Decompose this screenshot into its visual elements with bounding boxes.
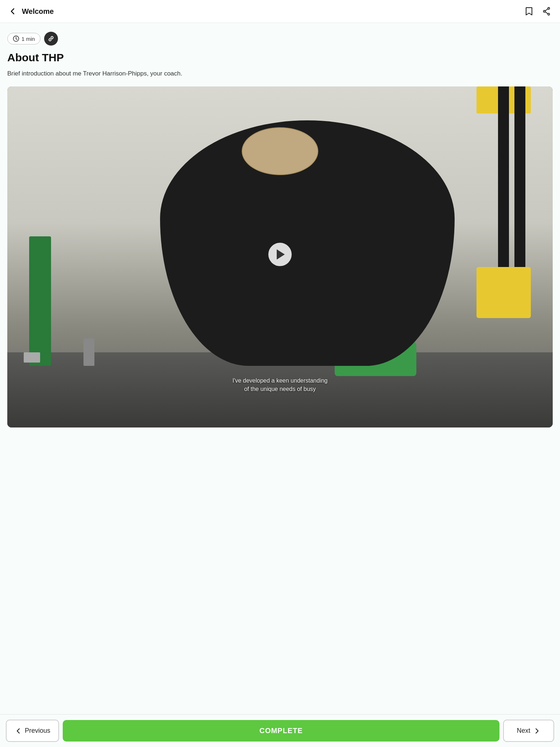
share-icon <box>542 7 551 16</box>
video-subtitle: I've developed a keen understanding of t… <box>62 377 498 393</box>
chevron-left-icon <box>9 7 17 15</box>
trx-strap-left <box>498 86 509 291</box>
chevron-right-icon <box>533 727 541 735</box>
bottom-navigation: Previous COMPLETE Next <box>0 714 560 747</box>
duration-text: 1 min <box>22 36 35 42</box>
previous-button[interactable]: Previous <box>6 720 59 742</box>
svg-point-0 <box>548 8 550 9</box>
complete-label: COMPLETE <box>259 727 303 735</box>
chevron-left-icon <box>15 727 22 735</box>
link-icon <box>47 35 55 42</box>
meta-row: 1 min <box>7 32 553 46</box>
subtitle-line1: I've developed a keen understanding <box>232 378 327 384</box>
duration-badge: 1 min <box>7 33 40 44</box>
svg-line-4 <box>545 12 548 14</box>
svg-point-2 <box>548 13 550 15</box>
page-description: Brief introduction about me Trevor Harri… <box>7 69 553 78</box>
water-bottle <box>83 338 94 366</box>
play-button[interactable] <box>268 243 292 266</box>
svg-line-3 <box>545 9 548 11</box>
header-title: Welcome <box>22 7 54 16</box>
coach-head <box>242 127 318 175</box>
wall-outlet <box>24 352 40 363</box>
play-icon <box>277 249 285 260</box>
next-button[interactable]: Next <box>503 720 554 742</box>
video-player[interactable]: I've developed a keen understanding of t… <box>7 86 553 427</box>
back-button[interactable] <box>7 6 18 17</box>
main-content: 1 min About THP Brief introduction about… <box>0 23 560 714</box>
header-right <box>523 5 553 18</box>
svg-point-1 <box>544 11 545 12</box>
page-title: About THP <box>7 51 553 64</box>
header: Welcome <box>0 0 560 23</box>
share-button[interactable] <box>540 5 553 18</box>
bookmark-button[interactable] <box>523 5 535 18</box>
subtitle-line2: of the unique needs of busy <box>244 386 316 392</box>
link-button[interactable] <box>44 32 58 46</box>
green-pole <box>29 236 51 366</box>
complete-button[interactable]: COMPLETE <box>63 720 499 742</box>
next-label: Next <box>517 727 530 735</box>
svg-line-7 <box>16 39 17 40</box>
bookmark-icon <box>524 7 534 16</box>
header-left: Welcome <box>7 6 54 17</box>
previous-label: Previous <box>25 727 50 735</box>
trx-handles <box>477 267 531 318</box>
clock-icon <box>13 35 19 42</box>
